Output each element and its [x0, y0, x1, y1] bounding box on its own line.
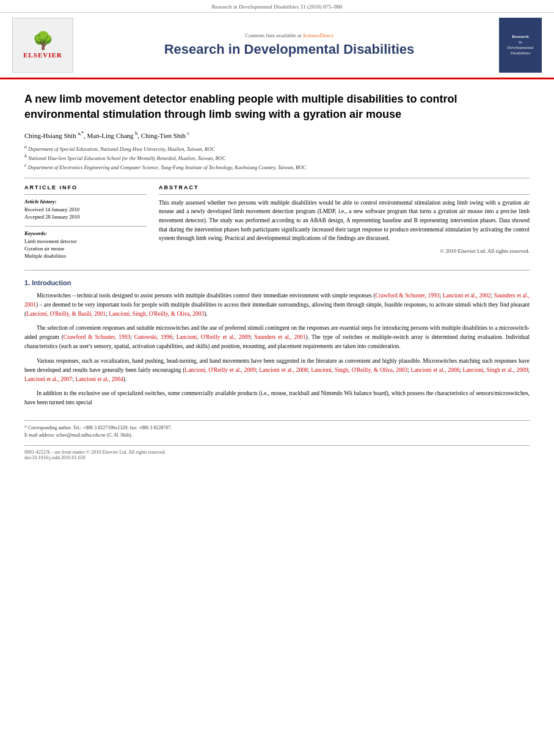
journal-header: 🌳 ELSEVIER Contents lists available at S… — [0, 13, 554, 79]
thumbnail-line4: Disabilities — [511, 51, 530, 56]
affiliation-b: b National Hua-lien Special Education Sc… — [24, 153, 530, 161]
affiliation-a-text: Department of Special Education, Nationa… — [28, 146, 215, 152]
affiliation-c-text: Department of Electronics Engineering an… — [28, 164, 306, 170]
footnote-email: E-mail address: schee@mail.ndhu.edu.tw (… — [24, 432, 530, 439]
ref-lancioni-singh-2009[interactable]: Lancioni, Singh et al., 2009 — [463, 367, 528, 373]
science-direct-link[interactable]: ScienceDirect — [303, 32, 333, 38]
article-title: A new limb movement detector enabling pe… — [24, 92, 530, 122]
abstract-column: ABSTRACT This study assessed whether two… — [159, 184, 530, 260]
ref-lancioni-2009b[interactable]: Lancioni, O'Reilly et al., 2009 — [184, 367, 255, 373]
article-history-block: Article history: Received 14 January 201… — [24, 194, 147, 220]
footnote-section: * Corresponding author. Tel.: +886 3 822… — [24, 420, 530, 439]
ref-lancioni-2004[interactable]: Lancioni et al., 2004 — [75, 376, 123, 382]
ref-lancioni-2007[interactable]: Lancioni et al., 2007 — [24, 376, 72, 382]
keyword-2: Gyration air mouse — [24, 245, 147, 252]
intro-heading: 1. Introduction — [24, 279, 530, 286]
journal-thumbnail: Research in Developmental Disabilities — [499, 18, 542, 73]
intro-para-4: In addition to the exclusive use of spec… — [24, 389, 530, 407]
footnote-corresponding: * Corresponding author. Tel.: +886 3 822… — [24, 424, 530, 432]
ref-lancioni-singh-oreilly-2003[interactable]: Lancioni, Singh, O'Reilly, & Oliva, 2003 — [311, 367, 407, 373]
thumbnail-line2: in — [519, 40, 522, 45]
ref-lancioni-2001[interactable]: Lancioni, O'Reilly, & Basili, 2001 — [26, 311, 106, 317]
bottom-bar: 0891-4222/$ – see front matter © 2010 El… — [24, 445, 530, 460]
affiliation-c: c Department of Electronics Engineering … — [24, 162, 530, 170]
affiliations: a Department of Special Education, Natio… — [24, 144, 530, 170]
issn-line: 0891-4222/$ – see front matter © 2010 El… — [24, 449, 530, 455]
ref-lancioni-2006[interactable]: Lancioni et al., 2006 — [411, 367, 460, 373]
doi-line: doi:10.1016/j.ridd.2010.01.020 — [24, 455, 530, 460]
ref-lancioni-oreilly-2009[interactable]: Lancioni, O'Reilly et al., 2009 — [177, 334, 250, 340]
author-3: Ching-Tien Shih c — [141, 132, 190, 139]
ref-lancioni-2002[interactable]: Lancioni et al., 2002 — [443, 293, 491, 299]
ref-crawford-schuster-1993[interactable]: Crawford & Schuster, 1993 — [64, 334, 130, 340]
abstract-block: This study assessed whether two persons … — [159, 194, 530, 255]
elsevier-logo: 🌳 ELSEVIER — [6, 18, 79, 73]
divider-2 — [24, 270, 530, 271]
keyword-3: Multiple disabilities — [24, 253, 147, 259]
main-content: A new limb movement detector enabling pe… — [0, 79, 554, 473]
page-wrapper: Research in Developmental Disabilities 3… — [0, 0, 554, 756]
keyword-1: Limb movement detector — [24, 238, 147, 244]
history-label: Article history: — [24, 198, 147, 205]
thumbnail-line3: Developmental — [508, 45, 534, 51]
intro-para-3: Various responses, such as vocalization,… — [24, 357, 530, 385]
intro-para-1: Microswitches – technical tools designed… — [24, 291, 530, 319]
affiliation-b-text: National Hua-lien Special Education Scho… — [28, 155, 225, 161]
elsevier-logo-image: 🌳 ELSEVIER — [12, 18, 73, 73]
article-info-label: ARTICLE INFO — [24, 184, 147, 191]
affiliation-a: a Department of Special Education, Natio… — [24, 144, 530, 152]
article-info-column: ARTICLE INFO Article history: Received 1… — [24, 184, 147, 260]
journal-citation: Research in Developmental Disabilities 3… — [212, 4, 343, 10]
two-col-section: ARTICLE INFO Article history: Received 1… — [24, 184, 530, 260]
introduction-section: 1. Introduction Microswitches – technica… — [24, 279, 530, 408]
copyright-line: © 2010 Elsevier Ltd. All rights reserved… — [159, 248, 530, 254]
authors-line: Ching-Hsiang Shih a,*, Man-Ling Chang b,… — [24, 131, 530, 139]
ref-saunders-2001b[interactable]: Saunders et al., 2001 — [254, 334, 305, 340]
journal-header-bar: Research in Developmental Disabilities 3… — [0, 0, 554, 13]
abstract-text: This study assessed whether two persons … — [159, 198, 530, 244]
keywords-block: Keywords: Limb movement detector Gyratio… — [24, 226, 147, 259]
ref-gutowski-1996[interactable]: Gutowski, 1996 — [134, 334, 172, 340]
thumbnail-line1: Research — [512, 34, 528, 40]
ref-lancioni-singh-2003[interactable]: Lancioni, Singh, O'Reilly, & Oliva, 2003 — [109, 311, 204, 317]
contents-list-label: Contents lists available at — [245, 32, 301, 38]
abstract-label: ABSTRACT — [159, 184, 530, 191]
author-2: Man-Ling Chang b — [87, 132, 137, 139]
journal-title: Research in Developmental Disabilities — [164, 41, 415, 59]
header-center: Contents lists available at ScienceDirec… — [86, 18, 493, 73]
ref-crawford-1993[interactable]: Crawford & Schuster, 1993 — [375, 293, 439, 299]
accepted-date: Accepted 28 January 2010 — [24, 214, 147, 220]
keywords-label: Keywords: — [24, 230, 147, 236]
intro-para-2: The selection of convenient responses an… — [24, 324, 530, 352]
author-1: Ching-Hsiang Shih a,* — [24, 132, 84, 139]
elsevier-brand: ELSEVIER — [23, 51, 62, 59]
tree-icon: 🌳 — [32, 32, 54, 49]
received-date: Received 14 January 2010 — [24, 206, 147, 213]
ref-lancioni-2008[interactable]: Lancioni et al., 2008 — [259, 367, 308, 373]
divider-1 — [24, 178, 530, 178]
science-direct-line: Contents lists available at ScienceDirec… — [245, 32, 333, 38]
